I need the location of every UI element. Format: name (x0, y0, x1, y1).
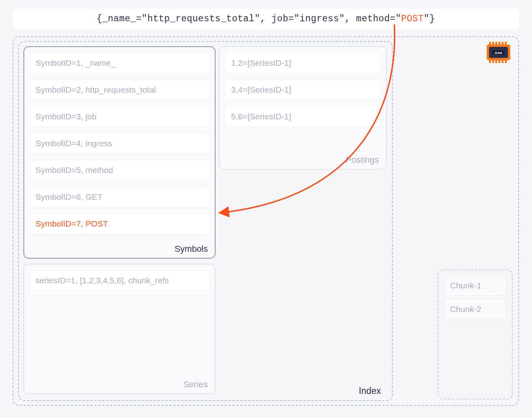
symbol-row: SymbolID=2, http_requests_total (29, 79, 210, 100)
symbol-row: SymbolID=6, GET (29, 186, 210, 208)
symbols-list: SymbolID=1, _name_ SymbolID=2, http_requ… (29, 52, 210, 234)
chunk-item: Chunk-2 (444, 299, 506, 319)
chunks-container: Chunk-1 Chunk-2 (438, 269, 513, 399)
svg-rect-7 (492, 60, 494, 63)
postings-label: Postings (346, 155, 379, 165)
index-container: Index SymbolID=1, _name_ SymbolID=2, htt… (18, 41, 393, 401)
query-suffix: "} (424, 14, 435, 24)
series-list: seriesID=1, [1,2,3,4,5,6], chunk_refs (29, 270, 210, 291)
svg-rect-6 (489, 60, 491, 63)
postings-panel: 1,2=[SeriesID-1] 3,4=[SeriesID-1] 5,6=[S… (219, 46, 386, 169)
svg-rect-9 (498, 60, 500, 63)
series-panel: seriesID=1, [1,2,3,4,5,6], chunk_refs Se… (24, 264, 215, 394)
symbol-row: SymbolID=5, method (29, 160, 210, 181)
posting-row: 5,6=[SeriesID-1] (224, 106, 381, 127)
symbols-panel: SymbolID=1, _name_ SymbolID=2, http_requ… (24, 46, 215, 258)
symbol-row: SymbolID=4, ingress (29, 133, 210, 154)
diagram-canvas: {_name_="http_requests_total", job="ingr… (0, 0, 532, 418)
svg-rect-8 (495, 60, 497, 63)
series-label: Series (183, 379, 208, 390)
symbol-row: SymbolID=3, job (29, 106, 210, 127)
symbols-label: Symbols (175, 244, 208, 254)
svg-rect-2 (495, 42, 497, 45)
index-label: Index (359, 386, 381, 396)
outer-container: RAM Index SymbolID=1, _name_ SymbolID=2,… (13, 36, 519, 406)
posting-row: 3,4=[SeriesID-1] (224, 79, 381, 100)
svg-rect-11 (505, 60, 507, 63)
symbol-row: SymbolID=1, _name_ (29, 52, 210, 74)
posting-row: 1,2=[SeriesID-1] (224, 52, 381, 74)
svg-rect-3 (498, 42, 500, 45)
query-highlight: POST (401, 14, 424, 24)
svg-rect-1 (492, 42, 494, 45)
svg-rect-0 (489, 42, 491, 45)
svg-rect-10 (502, 60, 504, 63)
query-prefix: {_name_="http_requests_total", job="ingr… (97, 14, 401, 24)
svg-text:RAM: RAM (495, 51, 502, 55)
chunk-item: Chunk-1 (444, 276, 506, 295)
svg-rect-4 (502, 42, 504, 45)
postings-list: 1,2=[SeriesID-1] 3,4=[SeriesID-1] 5,6=[S… (224, 52, 381, 127)
series-row: seriesID=1, [1,2,3,4,5,6], chunk_refs (29, 270, 210, 291)
symbol-row-highlight: SymbolID=7, POST (29, 213, 210, 234)
query-bar: {_name_="http_requests_total", job="ingr… (13, 9, 519, 29)
svg-rect-5 (505, 42, 507, 45)
ram-icon: RAM (486, 42, 511, 63)
